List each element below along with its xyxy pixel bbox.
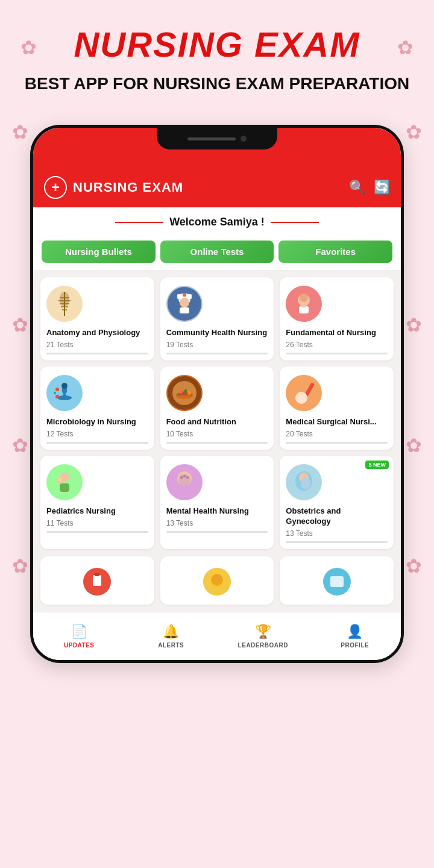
svg-point-17 <box>300 294 308 302</box>
top-section: NURSING EXAM BEST APP FOR NURSING EXAM P… <box>0 0 434 107</box>
svg-point-50 <box>301 477 310 489</box>
phone-notch <box>157 128 277 149</box>
partial-card-2[interactable] <box>160 556 274 605</box>
card-microbiology[interactable]: Microbiology in Nursing 12 Tests <box>40 366 154 450</box>
profile-icon: 👤 <box>347 624 363 640</box>
svg-rect-23 <box>63 392 66 398</box>
leaderboard-icon: 🏆 <box>255 624 271 640</box>
svg-point-45 <box>183 475 186 477</box>
community-icon <box>166 286 203 322</box>
card-anatomy[interactable]: Anatomy and Physiology 21 Tests <box>40 277 154 360</box>
card-medsurg[interactable]: Medical Surgical Nursi... 20 Tests <box>280 366 394 450</box>
new-badge: 5 NEW <box>365 461 389 469</box>
anatomy-icon <box>46 286 83 322</box>
microbiology-title: Microbiology in Nursing <box>46 417 136 427</box>
flower-decor-7: ✿ <box>12 434 28 457</box>
mental-title: Mental Health Nursing <box>166 506 249 517</box>
card-obstetrics[interactable]: 5 NEW Obstetrics and Gynecology 13 Tests <box>280 456 394 549</box>
microbiology-bar <box>46 442 148 444</box>
svg-point-25 <box>55 388 59 391</box>
card-community[interactable]: Community Health Nursing 19 Tests <box>160 277 274 360</box>
phone-top <box>33 128 401 170</box>
fundamental-icon <box>286 286 322 322</box>
partial-card-3[interactable] <box>280 556 394 605</box>
alerts-label: ALERTS <box>158 642 184 649</box>
mental-icon <box>166 464 203 500</box>
profile-label: PROFILE <box>341 642 369 649</box>
pediatrics-title: Pediatrics Nursing <box>46 506 116 517</box>
header-icons: 🔍 🔄 <box>349 180 390 195</box>
updates-icon: 📄 <box>71 624 87 640</box>
flower-decor-10: ✿ <box>406 555 422 577</box>
flower-decor-5: ✿ <box>12 313 28 336</box>
fundamental-title: Fundamental of Nursing <box>286 328 376 338</box>
card-food[interactable]: Food and Nutrition 10 Tests <box>160 366 274 450</box>
svg-point-44 <box>180 476 183 479</box>
svg-point-26 <box>54 392 56 394</box>
svg-rect-12 <box>183 293 186 297</box>
pediatrics-bar <box>46 531 148 533</box>
svg-rect-40 <box>60 483 69 492</box>
app-body: Welcome Samiya ! Nursing Bullets Online … <box>33 207 401 660</box>
svg-point-24 <box>61 383 68 389</box>
food-title: Food and Nutrition <box>166 417 236 427</box>
svg-rect-52 <box>93 575 101 586</box>
nav-profile[interactable]: 👤 PROFILE <box>309 612 401 660</box>
svg-point-41 <box>58 478 61 482</box>
card-pediatrics[interactable]: Pediatrics Nursing 11 Tests <box>40 456 154 549</box>
svg-point-32 <box>184 389 187 392</box>
svg-rect-14 <box>180 307 189 313</box>
main-title: NURSING EXAM <box>12 24 422 64</box>
nav-leaderboard[interactable]: 🏆 LEADERBOARD <box>217 612 309 660</box>
filter-row: Nursing Bullets Online Tests Favorites <box>33 234 401 270</box>
flower-decor-4: ✿ <box>406 121 422 143</box>
flower-decor-6: ✿ <box>406 313 422 336</box>
obstetrics-bar <box>286 541 388 543</box>
partial-card-1[interactable] <box>40 556 154 605</box>
microbiology-tests: 12 Tests <box>46 430 73 438</box>
mental-bar <box>166 531 268 533</box>
card-mental[interactable]: Mental Health Nursing 13 Tests <box>160 456 274 549</box>
plus-icon[interactable]: + <box>44 176 67 199</box>
card-fundamental[interactable]: Fundamental of Nursing 26 Tests <box>280 277 394 360</box>
leaderboard-label: LEADERBOARD <box>238 642 288 649</box>
nav-alerts[interactable]: 🔔 ALERTS <box>125 612 218 660</box>
header-left: + NURSING EXAM <box>44 176 183 199</box>
bottom-nav: 📄 UPDATES 🔔 ALERTS 🏆 LEADERBOARD 👤 PROFI… <box>33 612 401 660</box>
welcome-text: Welcome Samiya ! <box>169 216 265 228</box>
welcome-line-right <box>271 222 319 223</box>
food-tests: 10 Tests <box>166 430 193 438</box>
phone-mockup: + NURSING EXAM 🔍 🔄 Welcome Samiya ! Nurs… <box>30 125 404 663</box>
nursing-bullets-button[interactable]: Nursing Bullets <box>42 241 156 263</box>
svg-point-46 <box>186 476 189 479</box>
refresh-icon[interactable]: 🔄 <box>374 180 390 195</box>
pediatrics-tests: 11 Tests <box>46 519 73 527</box>
flower-decor-8: ✿ <box>406 434 422 457</box>
medsurg-title: Medical Surgical Nursi... <box>286 417 376 427</box>
fundamental-tests: 26 Tests <box>286 341 312 349</box>
obstetrics-title: Obstetrics and Gynecology <box>286 506 388 527</box>
partial-row <box>33 556 401 612</box>
svg-point-13 <box>180 298 189 307</box>
medsurg-tests: 20 Tests <box>286 430 312 438</box>
medsurg-bar <box>286 442 388 444</box>
community-title: Community Health Nursing <box>166 328 268 338</box>
fundamental-bar <box>286 353 388 354</box>
alerts-icon: 🔔 <box>163 624 179 640</box>
pediatrics-icon <box>46 464 83 500</box>
anatomy-title: Anatomy and Physiology <box>46 328 140 338</box>
flower-decor-3: ✿ <box>12 121 28 143</box>
notch-dot <box>241 136 247 142</box>
search-icon[interactable]: 🔍 <box>349 180 365 195</box>
svg-rect-19 <box>301 304 306 307</box>
favorites-button[interactable]: Favorites <box>278 241 392 263</box>
food-icon <box>166 375 203 411</box>
food-bar <box>166 442 268 444</box>
app-header-title: NURSING EXAM <box>73 180 183 195</box>
nav-updates[interactable]: 📄 UPDATES <box>33 612 125 660</box>
svg-point-31 <box>179 390 183 394</box>
microbiology-icon <box>46 375 83 411</box>
medsurg-icon <box>286 375 322 411</box>
svg-point-56 <box>213 574 221 583</box>
online-tests-button[interactable]: Online Tests <box>160 241 274 263</box>
